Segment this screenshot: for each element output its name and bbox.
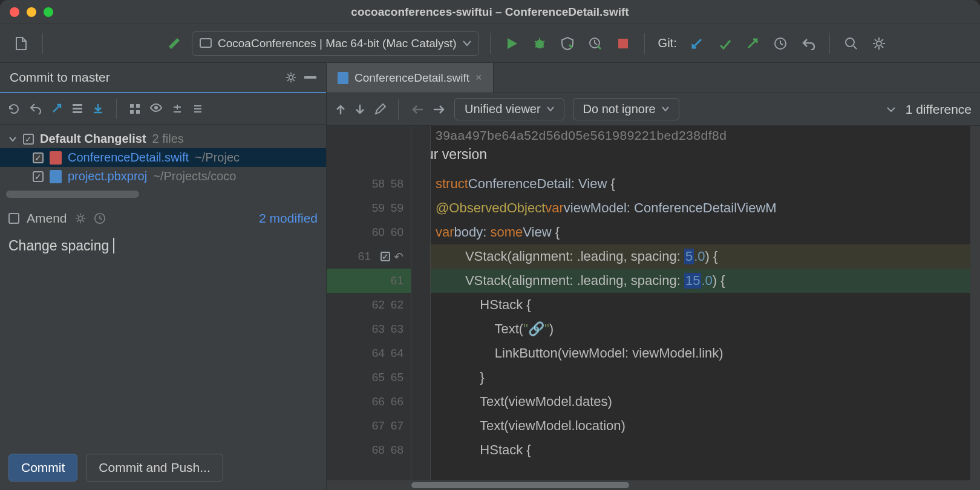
changelist-name: Default Changelist — [40, 132, 146, 146]
diff-icon[interactable] — [51, 102, 63, 116]
svg-point-5 — [846, 38, 854, 47]
git-commit-icon[interactable] — [714, 33, 735, 54]
code-line[interactable]: HStack { — [431, 438, 980, 462]
changelist-tree[interactable]: Default Changelist 2 files ConferenceDet… — [0, 125, 326, 205]
file-row[interactable]: ConferenceDetail.swift~/Projec — [0, 148, 326, 167]
tab-filename: ConferenceDetail.swift — [354, 71, 469, 85]
changelist-count: 2 files — [152, 132, 184, 146]
file-checkbox[interactable] — [33, 171, 44, 182]
window-zoom-button[interactable] — [44, 7, 53, 17]
search-icon[interactable] — [841, 33, 861, 54]
code-line[interactable]: HStack { — [431, 293, 980, 317]
code-line[interactable]: var body: some View { — [431, 220, 980, 244]
forward-icon[interactable] — [433, 104, 446, 115]
file-row[interactable]: project.pbxproj~/Projects/coco — [0, 167, 326, 186]
close-tab-icon[interactable]: × — [475, 71, 482, 84]
code-line[interactable]: } — [431, 365, 980, 390]
group-icon[interactable] — [129, 103, 141, 115]
refresh-icon[interactable] — [7, 102, 21, 116]
file-path: ~/Projects/coco — [153, 169, 236, 183]
settings-icon[interactable] — [869, 33, 889, 54]
gear-icon[interactable] — [285, 71, 297, 83]
code-line[interactable]: VStack(alignment: .leading, spacing: 5.0… — [431, 244, 980, 269]
window-minimize-button[interactable] — [27, 7, 36, 17]
diff-count: 1 difference — [906, 102, 972, 117]
file-type-icon — [50, 151, 62, 165]
modified-count[interactable]: 2 modified — [259, 211, 318, 226]
file-name: project.pbxproj — [68, 169, 147, 183]
git-history-icon[interactable] — [770, 33, 791, 54]
collapse-icon[interactable] — [192, 103, 204, 115]
viewer-mode-label: Unified viewer — [465, 102, 541, 116]
next-diff-icon[interactable] — [354, 103, 365, 116]
commit-button[interactable]: Commit — [8, 454, 77, 482]
chevron-down-icon — [547, 106, 554, 112]
amend-checkbox[interactable] — [8, 213, 19, 224]
run-config-label: CocoaConferences | Mac 64-bit (Mac Catal… — [218, 37, 457, 50]
viewer-mode-select[interactable]: Unified viewer — [454, 98, 564, 120]
rollback-icon[interactable] — [29, 102, 42, 116]
git-update-icon[interactable] — [687, 33, 707, 54]
svg-point-6 — [877, 41, 881, 46]
editor-tab[interactable]: ConferenceDetail.swift × — [327, 63, 494, 93]
stop-icon[interactable] — [613, 33, 633, 54]
code-line[interactable]: VStack(alignment: .leading, spacing: 15.… — [431, 269, 980, 293]
chevron-down-icon — [8, 136, 17, 143]
changelist-node[interactable]: Default Changelist 2 files — [0, 129, 326, 148]
changelist-scrollbar[interactable] — [6, 191, 320, 200]
window-close-button[interactable] — [10, 7, 19, 17]
run-icon[interactable] — [501, 33, 522, 54]
profile-icon[interactable] — [585, 33, 606, 54]
vertical-scrollbar[interactable] — [970, 126, 980, 490]
hide-panel-icon[interactable] — [304, 76, 316, 79]
horizontal-scrollbar[interactable] — [327, 480, 970, 490]
coverage-icon[interactable] — [557, 33, 578, 54]
build-icon[interactable] — [164, 33, 185, 54]
commit-opts-gear-icon[interactable] — [74, 212, 87, 224]
diff-editor[interactable]: 58585959606061 ↶616262636364646565666667… — [327, 126, 980, 490]
svg-rect-19 — [338, 72, 348, 84]
code-area[interactable]: 39aa497be64a52d56d05e561989221bed238df8d… — [431, 126, 980, 490]
ignore-mode-select[interactable]: Do not ignore — [573, 98, 679, 120]
changelist-checkbox[interactable] — [23, 134, 34, 145]
run-config-selector[interactable]: CocoaConferences | Mac 64-bit (Mac Catal… — [192, 31, 479, 56]
commit-and-push-button[interactable]: Commit and Push... — [86, 454, 223, 482]
code-line[interactable]: Text("🔗") — [431, 317, 980, 341]
expand-icon[interactable] — [171, 103, 183, 115]
git-push-icon[interactable] — [742, 33, 763, 54]
include-hunk-checkbox[interactable] — [381, 252, 390, 261]
code-line[interactable]: LinkButton(viewModel: viewModel.link) — [431, 341, 980, 365]
marker-gutter — [411, 126, 431, 490]
view-icon[interactable] — [149, 103, 163, 115]
file-path: ~/Projec — [195, 151, 240, 165]
svg-rect-11 — [73, 111, 82, 113]
svg-point-16 — [154, 106, 158, 109]
history-icon[interactable] — [94, 212, 106, 224]
shelve-icon[interactable] — [92, 102, 104, 116]
debug-icon[interactable] — [529, 33, 550, 54]
prev-diff-icon[interactable] — [335, 103, 346, 116]
svg-rect-8 — [304, 76, 316, 79]
ignore-mode-label: Do not ignore — [583, 102, 656, 116]
file-checkbox[interactable] — [33, 152, 44, 163]
commit-message-input[interactable]: Change spacing — [0, 232, 326, 445]
code-line[interactable]: Text(viewModel.dates) — [431, 390, 980, 414]
chevron-down-icon — [662, 106, 669, 112]
editor-tabs: ConferenceDetail.swift × — [327, 63, 980, 93]
code-line[interactable]: @ObservedObject var viewModel: Conferenc… — [431, 196, 980, 220]
back-icon[interactable] — [411, 104, 424, 115]
titlebar: cocoaconferences-swiftui – ConferenceDet… — [0, 0, 980, 24]
amend-label: Amend — [27, 211, 67, 226]
commit-panel-title: Commit to master — [10, 70, 278, 85]
file-type-icon — [50, 170, 62, 183]
code-line[interactable]: Text(viewModel.location) — [431, 414, 980, 438]
new-file-icon[interactable] — [11, 33, 31, 54]
code-line[interactable]: struct ConferenceDetail: View { — [431, 172, 980, 196]
edit-icon[interactable] — [374, 103, 386, 116]
changelist-icon[interactable] — [71, 102, 83, 116]
svg-rect-3 — [618, 39, 628, 48]
more-icon[interactable] — [885, 106, 897, 113]
line-number-gutter: 58585959606061 ↶616262636364646565666667… — [327, 126, 411, 490]
git-rollback-icon[interactable] — [798, 33, 818, 54]
revert-hunk-icon[interactable]: ↶ — [394, 250, 403, 264]
